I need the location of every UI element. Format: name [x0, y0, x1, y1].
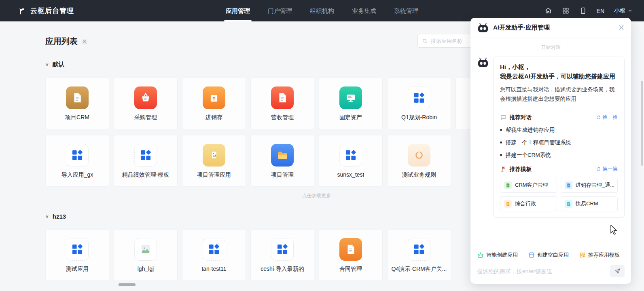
app-icon — [66, 144, 89, 167]
app-icon — [203, 144, 225, 167]
page-title: 应用列表 — [45, 36, 78, 47]
group-name: 默认 — [53, 61, 65, 68]
template-chip[interactable]: CRM客户管理 — [500, 178, 557, 193]
quick-action-智能创建应用[interactable]: 智能创建应用 — [477, 251, 518, 259]
ai-assistant-panel: AI开发助手·应用管理 ✕ 开始对话 Hi，小枢， 我是云枢AI开发助手，可以辅… — [470, 18, 631, 284]
app-card[interactable]: tan-test11 — [182, 229, 246, 281]
template-doc-icon — [565, 181, 572, 189]
settings-gear-icon[interactable] — [81, 38, 88, 45]
greeting-line2: 我是云枢AI开发助手，可以辅助您搭建应用 — [500, 72, 618, 81]
divider — [500, 109, 618, 109]
suggested-chat-list: 帮我生成进销存应用搭建一个工程项目管理系统搭建一个CRM系统 — [500, 127, 618, 159]
user-menu[interactable]: 小枢 — [614, 7, 633, 15]
nav-item-系统管理[interactable]: 系统管理 — [394, 0, 418, 21]
nav-item-应用管理[interactable]: 应用管理 — [226, 0, 250, 21]
template-chip[interactable]: 进销存管理_通... — [561, 178, 618, 193]
app-card[interactable]: lgh_lgj — [114, 229, 178, 281]
quick-actions: 智能创建应用创建空白应用推荐应用模板 — [477, 251, 625, 259]
robot-avatar-icon — [477, 22, 489, 34]
chat-bubble-icon — [500, 114, 507, 121]
vertical-scrollbar[interactable] — [641, 81, 643, 166]
send-button[interactable] — [610, 265, 625, 277]
app-label: 测试业务规则 — [402, 171, 436, 179]
app-card[interactable]: 测试应用 — [45, 229, 109, 281]
app-card[interactable]: sunsx_test — [319, 135, 383, 187]
app-card[interactable]: Q4演示-CRM客户关... — [387, 229, 451, 281]
refresh-templates-button[interactable]: 换一换 — [596, 166, 618, 173]
app-label: lgh_lgj — [138, 266, 154, 272]
suggested-chat-title: 推荐对话 — [510, 114, 532, 121]
app-icon — [339, 144, 362, 167]
chevron-down-icon: ∨ — [45, 62, 49, 67]
nav-item-业务集成[interactable]: 业务集成 — [352, 0, 376, 21]
app-label: 项目管理应用 — [197, 171, 231, 179]
suggested-chat-item[interactable]: 搭建一个CRM系统 — [500, 152, 618, 159]
app-card[interactable]: 固定资产 — [319, 78, 383, 129]
app-card[interactable]: 测试业务规则 — [387, 135, 451, 187]
close-icon[interactable]: ✕ — [618, 24, 625, 32]
app-icon — [408, 86, 430, 109]
suggested-chat-item[interactable]: 搭建一个工程项目管理系统 — [500, 139, 618, 146]
robot-avatar-icon — [477, 57, 489, 69]
app-icon — [66, 238, 89, 261]
apps-grid-icon[interactable] — [562, 7, 570, 15]
app-icon — [203, 86, 225, 109]
quick-action-创建空白应用[interactable]: 创建空白应用 — [528, 251, 569, 259]
app-card[interactable]: 进销存 — [182, 78, 246, 129]
greeting-line1: Hi，小枢， — [500, 62, 618, 72]
templates-title: 推荐模板 — [510, 166, 532, 173]
app-icon — [339, 238, 362, 261]
app-card[interactable]: 精品绩效管理-模板 — [114, 135, 178, 187]
app-card[interactable]: 项目管理 — [250, 135, 314, 187]
home-icon[interactable] — [544, 7, 552, 15]
app-label: 进销存 — [205, 114, 222, 121]
logo-icon — [18, 7, 25, 15]
app-card[interactable]: 项目CRM — [45, 78, 109, 129]
template-doc-icon — [565, 200, 572, 208]
app-icon — [408, 144, 430, 167]
bullet-dot — [500, 154, 502, 156]
app-card[interactable]: 项目管理应用 — [182, 135, 246, 187]
template-doc-icon — [504, 200, 512, 208]
brand[interactable]: 云枢后台管理 — [18, 6, 74, 15]
app-icon — [408, 238, 430, 261]
app-card[interactable]: 采购管理 — [114, 78, 178, 129]
app-label: 采购管理 — [134, 114, 157, 121]
app-label: 精品绩效管理-模板 — [122, 171, 169, 179]
app-icon — [134, 238, 157, 261]
bullet-dot — [500, 141, 502, 143]
app-icon — [66, 86, 89, 109]
app-label: ceshi-导入最新的 — [261, 266, 304, 273]
assistant-input[interactable] — [477, 268, 606, 274]
app-icon — [134, 86, 157, 109]
nav-menu: 应用管理门户管理组织机构业务集成系统管理 — [226, 0, 418, 21]
app-label: tan-test11 — [201, 266, 226, 272]
refresh-suggestions-button[interactable]: 换一换 — [596, 114, 618, 121]
app-card[interactable]: 导入应用_gx — [45, 135, 109, 187]
greeting-body: 您可以直接与我对话，描述想要的业务场景，我会根据描述搭建出您想要的应用 — [500, 85, 618, 104]
bullet-dot — [500, 129, 502, 131]
app-card[interactable]: Q1规划-Robin — [387, 78, 451, 129]
mobile-icon[interactable] — [579, 7, 587, 15]
blank-doc-icon — [528, 252, 535, 258]
quick-action-推荐应用模板[interactable]: 推荐应用模板 — [579, 251, 620, 259]
flag-icon — [500, 166, 507, 173]
template-chip[interactable]: 综合行政 — [500, 196, 557, 211]
app-card[interactable]: 营收管理 — [250, 78, 314, 129]
app-icon — [339, 86, 362, 109]
app-label: 营收管理 — [271, 114, 294, 121]
nav-item-组织机构[interactable]: 组织机构 — [310, 0, 334, 21]
horizontal-scrollbar[interactable] — [119, 283, 136, 286]
app-card[interactable]: 合同管理 — [319, 229, 383, 281]
nav-item-门户管理[interactable]: 门户管理 — [268, 0, 292, 21]
template-chip[interactable]: 快易CRM — [561, 196, 618, 211]
group-name: hz13 — [53, 213, 66, 220]
app-label: Q1规划-Robin — [401, 114, 437, 121]
app-label: 项目管理 — [271, 171, 294, 179]
language-toggle[interactable]: EN — [597, 8, 604, 14]
app-icon — [271, 238, 294, 261]
chevron-down-icon — [627, 8, 633, 13]
search-icon — [422, 38, 428, 44]
suggested-chat-item[interactable]: 帮我生成进销存应用 — [500, 127, 618, 134]
app-card[interactable]: ceshi-导入最新的 — [250, 229, 314, 281]
